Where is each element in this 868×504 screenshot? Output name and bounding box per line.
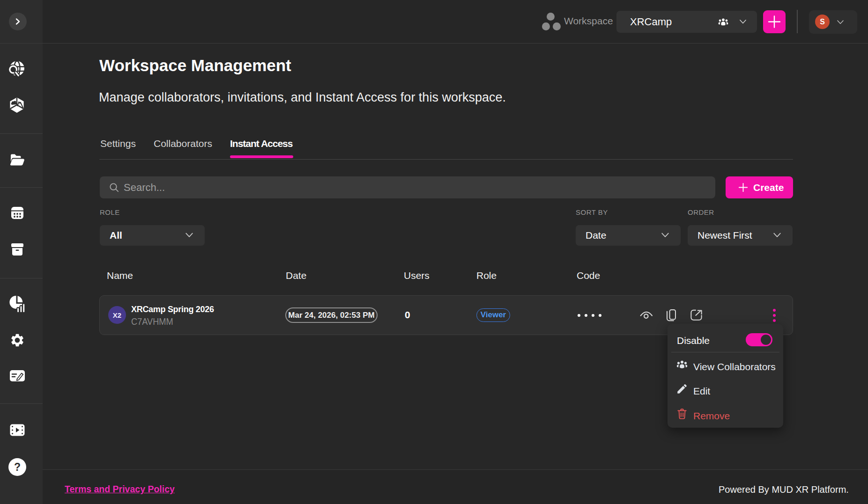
svg-text:?: ? xyxy=(14,461,21,473)
